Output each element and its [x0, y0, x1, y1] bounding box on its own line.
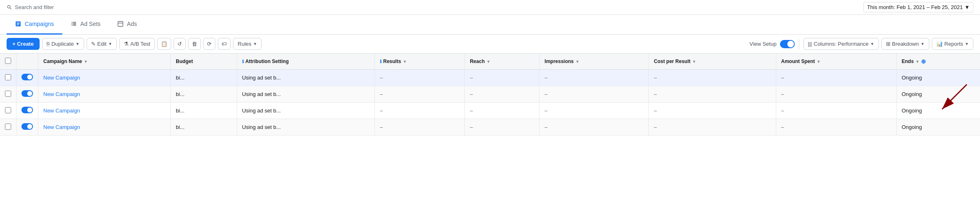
row-checkbox[interactable]: [5, 74, 11, 80]
row-impressions: –: [539, 86, 649, 103]
row-campaign-name: New Campaign: [38, 86, 171, 103]
undo-button[interactable]: ↺: [174, 38, 186, 50]
row-impressions: –: [539, 103, 649, 119]
header-impressions[interactable]: Impressions ▼: [539, 54, 649, 70]
row-toggle-cell[interactable]: [16, 86, 38, 103]
row-results: –: [375, 70, 465, 86]
row-checkbox[interactable]: [5, 107, 11, 113]
select-all-checkbox[interactable]: [5, 58, 11, 64]
ads-icon: [117, 21, 124, 27]
trash-icon: 🗑: [192, 41, 197, 47]
header-toggle-cell: [16, 54, 38, 70]
row-checkbox[interactable]: [5, 124, 11, 130]
row-ends: Ongoing: [896, 119, 980, 136]
rules-label: Rules: [238, 41, 251, 47]
header-reach[interactable]: Reach ▼: [465, 54, 539, 70]
header-campaign-name[interactable]: Campaign Name ▼: [38, 54, 171, 70]
campaign-name-link[interactable]: New Campaign: [43, 91, 80, 97]
header-ends[interactable]: Ends ▼ ⊕: [896, 54, 980, 70]
row-checkbox-cell[interactable]: [0, 70, 16, 86]
edit-icon: ✎: [91, 41, 96, 47]
header-budget[interactable]: Budget: [171, 54, 237, 70]
breakdown-label: Breakdown: [892, 41, 919, 47]
flask-icon: ⚗: [124, 41, 129, 47]
row-toggle-switch[interactable]: [21, 90, 33, 97]
edit-dropdown-icon: ▼: [108, 42, 112, 46]
row-checkbox-cell[interactable]: [0, 119, 16, 136]
undo-icon: ↺: [177, 41, 182, 47]
table-row: New Campaign bi... Using ad set b... – –…: [0, 86, 980, 103]
header-results[interactable]: ℹ Results ▼: [375, 54, 465, 70]
rules-dropdown-icon: ▼: [253, 42, 257, 46]
columns-button[interactable]: ||| Columns: Performance ▼: [803, 38, 879, 50]
view-setup-area: View Setup: [749, 40, 795, 48]
header-attribution[interactable]: ℹ Attribution Setting: [237, 54, 375, 70]
copy-button[interactable]: 📋: [157, 38, 171, 50]
campaign-icon: [15, 21, 21, 27]
row-results: –: [375, 86, 465, 103]
header-checkbox-cell[interactable]: [0, 54, 16, 70]
edit-button[interactable]: ✎ Edit ▼: [87, 38, 117, 50]
row-checkbox[interactable]: [5, 91, 11, 97]
row-cost-per-result: –: [649, 119, 776, 136]
header-cost-per-result[interactable]: Cost per Result ▼: [649, 54, 776, 70]
results-sort-icon: ▼: [403, 59, 407, 64]
duplicate-icon: ⎘: [47, 41, 50, 47]
row-attribution: Using ad set b...: [237, 70, 375, 86]
row-checkbox-cell[interactable]: [0, 86, 16, 103]
row-toggle-cell[interactable]: [16, 119, 38, 136]
duplicate-dropdown-icon: ▼: [75, 42, 80, 46]
row-campaign-name: New Campaign: [38, 70, 171, 86]
row-cost-per-result: –: [649, 86, 776, 103]
table-row: New Campaign bi... Using ad set b... – –…: [0, 103, 980, 119]
date-range-dropdown[interactable]: This month: Feb 1, 2021 – Feb 25, 2021 ▼: [863, 2, 973, 12]
attribution-info-icon[interactable]: ℹ: [242, 59, 244, 64]
header-amount-spent[interactable]: Amount Spent ▼: [776, 54, 896, 70]
search-placeholder: Search and filter: [15, 4, 54, 10]
row-amount-spent: –: [776, 86, 896, 103]
refresh-button[interactable]: ⟳: [203, 38, 215, 50]
campaign-name-link[interactable]: New Campaign: [43, 108, 80, 114]
row-results: –: [375, 103, 465, 119]
row-impressions: –: [539, 119, 649, 136]
tab-campaigns[interactable]: Campaigns: [7, 15, 62, 35]
duplicate-button[interactable]: ⎘ Duplicate ▼: [42, 38, 84, 50]
row-reach: –: [465, 103, 539, 119]
row-toggle-switch[interactable]: [21, 74, 33, 80]
top-bar: Search and filter This month: Feb 1, 202…: [0, 0, 980, 15]
campaign-name-link[interactable]: New Campaign: [43, 124, 80, 130]
amount-sort-icon: ▼: [817, 59, 821, 64]
create-button[interactable]: + Create: [7, 38, 40, 50]
tab-adsets[interactable]: Ad Sets: [62, 15, 109, 35]
view-setup-label: View Setup: [749, 41, 777, 47]
edit-label: Edit: [97, 41, 106, 47]
row-reach: –: [465, 70, 539, 86]
row-checkbox-cell[interactable]: [0, 103, 16, 119]
row-ends: Ongoing: [896, 86, 980, 103]
results-info-icon[interactable]: ℹ: [380, 59, 382, 64]
row-toggle-cell[interactable]: [16, 70, 38, 86]
reports-label: Reports: [945, 41, 964, 47]
row-reach: –: [465, 119, 539, 136]
breakdown-button[interactable]: ⊞ Breakdown ▼: [881, 38, 929, 50]
rules-button[interactable]: Rules ▼: [233, 38, 261, 50]
reports-button[interactable]: 📊 Reports ▼: [932, 38, 973, 50]
search-area[interactable]: Search and filter: [7, 4, 54, 10]
tab-ads[interactable]: Ads: [109, 15, 145, 35]
tag-button[interactable]: 🏷: [218, 38, 231, 50]
row-toggle-cell[interactable]: [16, 103, 38, 119]
row-results: –: [375, 119, 465, 136]
row-budget: bi...: [171, 103, 237, 119]
date-range-text: This month: Feb 1, 2021 – Feb 25, 2021: [867, 4, 963, 10]
row-cost-per-result: –: [649, 70, 776, 86]
campaign-name-link[interactable]: New Campaign: [43, 75, 80, 81]
abtest-button[interactable]: ⚗ A/B Test: [119, 38, 155, 50]
duplicate-label: Duplicate: [52, 41, 74, 47]
delete-button[interactable]: 🗑: [188, 38, 201, 50]
row-toggle-switch[interactable]: [21, 123, 33, 130]
view-setup-toggle[interactable]: [780, 40, 795, 48]
row-toggle-switch[interactable]: [21, 107, 33, 113]
breakdown-icon: ⊞: [886, 41, 890, 47]
add-column-icon[interactable]: ⊕: [921, 58, 926, 65]
row-impressions: –: [539, 70, 649, 86]
